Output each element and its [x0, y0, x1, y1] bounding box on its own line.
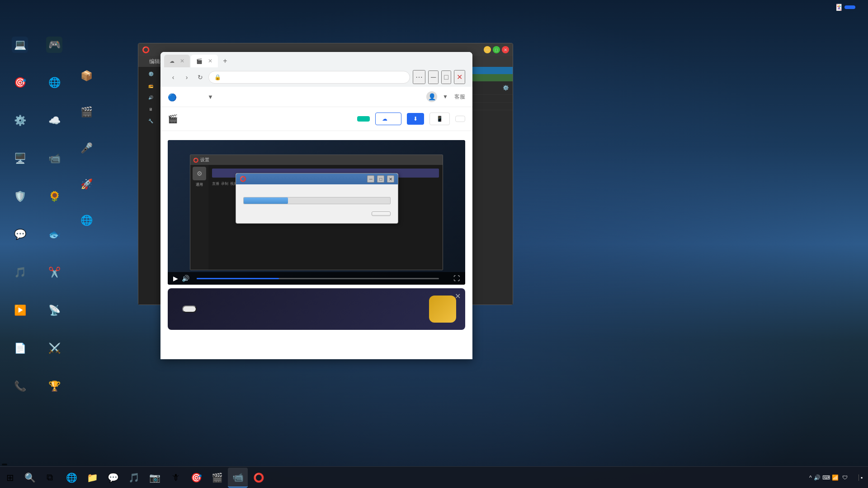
obs-inner-sidebar: ⚙ 通用: [190, 165, 208, 270]
desktop-icon-jianying[interactable]: ✂️: [38, 255, 71, 291]
browser-tab-2[interactable]: 🎬 ✕: [191, 55, 218, 67]
browser-window: ☁ ✕ 🎬 ✕ + ‹ › ↻ 🔒 ⋯ ─ □ ✕: [160, 52, 472, 359]
top-title-bar: [0, 0, 868, 27]
obs-monitor-icon[interactable]: 🖥: [147, 105, 155, 113]
ad-free-button[interactable]: [182, 305, 197, 313]
desktop-icon-qqmusic[interactable]: 🎵: [4, 255, 36, 291]
taskbar-edge-icon[interactable]: 🌐: [61, 468, 81, 488]
browser-tab-1[interactable]: ☁ ✕: [164, 55, 190, 67]
video-player: ⭕ 设置 ⚙ 通用 直播 录制 视频: [168, 140, 465, 285]
dialog-cancel-button[interactable]: [372, 211, 391, 216]
taskbar-target-icon[interactable]: 🎯: [186, 468, 206, 488]
obs-close-btn[interactable]: ✕: [502, 46, 509, 53]
taskbar-wechat-icon[interactable]: 💬: [103, 468, 123, 488]
browser-more-button[interactable]: ⋯: [413, 70, 425, 84]
desktop-icon-controlpanel[interactable]: 🖥️: [4, 141, 36, 177]
obs-settings-icon[interactable]: ⚙️: [146, 70, 156, 78]
forward-button[interactable]: ›: [181, 72, 192, 83]
subscribe-link-button[interactable]: [357, 116, 370, 122]
dialog-titlebar: ⭕ ─ □ ✕: [236, 174, 398, 184]
tray-show-hidden[interactable]: ^: [809, 474, 812, 481]
tray-speaker-icon[interactable]: 🔊: [814, 474, 821, 481]
save-to-phone-button[interactable]: 📱: [429, 113, 450, 125]
desktop-icons-col3: 📦 🎬 🎤 🚀 🌐: [70, 59, 103, 239]
video-controls: ▶ 🔊 ⛶: [168, 272, 465, 285]
tab-1-close[interactable]: ✕: [180, 58, 184, 64]
dialog-minimize-btn[interactable]: ─: [367, 175, 374, 183]
desktop-icon-lol-wegame[interactable]: 🏆: [38, 369, 71, 405]
desktop-icon-live-companion[interactable]: 📡: [38, 293, 71, 329]
obs-virtual-cam-settings[interactable]: ⚙️: [503, 85, 509, 91]
volume-icon[interactable]: 🔊: [182, 275, 189, 282]
desktop-icon-wps[interactable]: 📄: [4, 331, 36, 367]
desktop-icon-wechat[interactable]: 💬: [4, 217, 36, 253]
obs-maximize-btn[interactable]: □: [493, 46, 500, 53]
douyu-button[interactable]: [844, 5, 855, 9]
taskbar-taskview-button[interactable]: ⧉: [40, 468, 60, 488]
obs-taskbar-icon: 🎬: [212, 472, 223, 483]
customer-service[interactable]: 客服: [454, 93, 465, 101]
obs-logo-icon: ⭕: [142, 46, 150, 53]
video-progress-bar[interactable]: [197, 278, 439, 279]
desktop-icon-yy[interactable]: 🎤: [70, 131, 103, 166]
tray-wifi-icon[interactable]: 📶: [832, 474, 839, 481]
save-cloud-icon: ☁: [382, 116, 387, 122]
desktop-icon-tencent-meeting[interactable]: 📞: [4, 369, 36, 405]
desktop-icon-logitech[interactable]: ⚙️: [4, 103, 36, 139]
taskbar-record-icon[interactable]: 📹: [228, 468, 248, 488]
desktop-icon-uu[interactable]: 🚀: [70, 167, 103, 202]
dialog-close-btn[interactable]: ✕: [387, 175, 394, 183]
video-progress-fill: [197, 278, 279, 279]
desktop-icon-wegame[interactable]: 🎯: [4, 65, 36, 101]
user-dropdown-icon[interactable]: ▼: [443, 94, 448, 100]
obs-inner-icon-settings: ⚙: [193, 167, 206, 180]
browser-maximize[interactable]: □: [441, 70, 451, 84]
save-to-cloud-button[interactable]: ☁: [375, 113, 401, 125]
obs-tools-icon[interactable]: 🔧: [146, 117, 155, 125]
desktop-icon-baidu[interactable]: ☁️: [38, 103, 71, 139]
obs-audio2-icon[interactable]: 🔊: [146, 94, 155, 102]
taskbar-search-button[interactable]: 🔍: [20, 468, 40, 488]
desktop-icon-bandicam[interactable]: 📹: [38, 141, 71, 177]
tab-2-close[interactable]: ✕: [208, 58, 212, 64]
new-tab-button[interactable]: +: [219, 55, 231, 67]
desktop-icon-network[interactable]: 🌐: [38, 65, 71, 101]
taskbar-game-icon[interactable]: 🗡: [165, 468, 185, 488]
obs-audio-icon[interactable]: 📻: [146, 82, 155, 90]
browser-minimize[interactable]: ─: [428, 70, 439, 84]
ad-close-button[interactable]: ✕: [455, 292, 461, 300]
browser-close[interactable]: ✕: [454, 70, 465, 84]
address-bar[interactable]: 🔒: [208, 71, 410, 84]
desktop-icon-winrar[interactable]: 📦: [70, 59, 103, 94]
desktop-icon-tencent-video[interactable]: ▶️: [4, 293, 36, 329]
report-button[interactable]: [455, 116, 465, 122]
phone-icon: 📱: [436, 116, 443, 122]
desktop-icon-sunflower[interactable]: 🌻: [38, 179, 71, 215]
fullscreen-btn[interactable]: ⛶: [453, 275, 460, 282]
dialog-maximize-btn[interactable]: □: [377, 175, 384, 183]
nav-more[interactable]: ▼: [208, 92, 213, 102]
play-pause-icon[interactable]: ▶: [173, 275, 178, 282]
desktop-icon-geforce[interactable]: 🎮: [38, 27, 71, 63]
desktop-icon-pc[interactable]: 💻: [4, 27, 36, 63]
obs-minimize-btn[interactable]: ─: [484, 46, 491, 53]
taskbar-obs-icon[interactable]: 🎬: [207, 468, 227, 488]
taskbar-obs2-icon[interactable]: ⭕: [249, 468, 269, 488]
reload-button[interactable]: ↻: [195, 72, 206, 83]
tray-antivirus-icon[interactable]: 🛡: [842, 474, 848, 481]
desktop-icon-douyu-companion[interactable]: 🐟: [38, 217, 71, 253]
taskbar-music-icon[interactable]: 🎵: [124, 468, 144, 488]
desktop-icon-edge[interactable]: 🌐: [70, 203, 103, 239]
download-button[interactable]: ⬇: [407, 113, 424, 125]
start-button[interactable]: ⊞: [0, 468, 20, 488]
taskbar-explorer-icon[interactable]: 📁: [82, 468, 102, 488]
baidu-cloud-icon: ☁️: [46, 113, 62, 129]
back-button[interactable]: ‹: [168, 72, 179, 83]
show-desktop-button[interactable]: ▪: [859, 474, 864, 481]
desktop-icon-360browser[interactable]: 🛡️: [4, 179, 36, 215]
desktop-icon-obs-studio[interactable]: 🎬: [70, 95, 103, 130]
desktop-icon-lol[interactable]: ⚔️: [38, 331, 71, 367]
baidu-file-bar: 🎬 ☁ ⬇ 📱: [160, 107, 472, 131]
taskbar-camera-icon[interactable]: 📷: [145, 468, 165, 488]
tray-keyboard-icon[interactable]: ⌨: [822, 474, 830, 481]
